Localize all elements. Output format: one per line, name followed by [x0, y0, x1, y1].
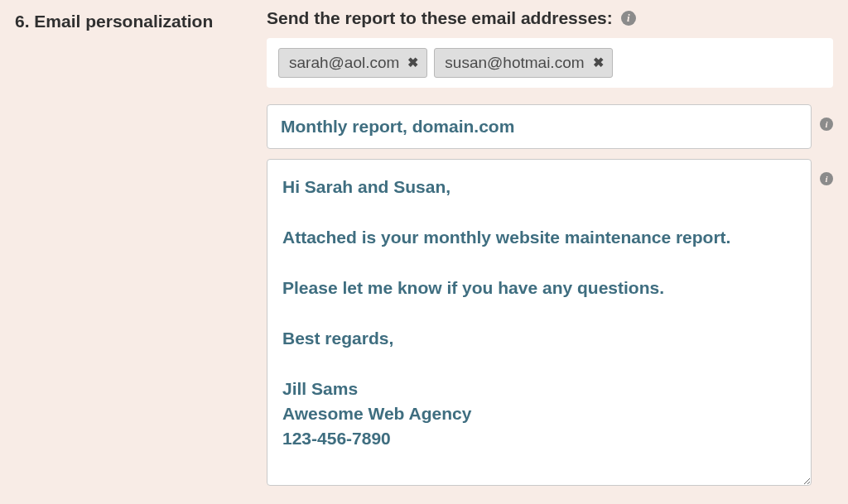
email-tag-text: sarah@aol.com [289, 54, 399, 72]
info-icon[interactable]: i [820, 118, 833, 131]
remove-tag-icon[interactable]: ✖ [407, 56, 418, 70]
remove-tag-icon[interactable]: ✖ [593, 56, 604, 70]
body-textarea[interactable] [267, 159, 812, 486]
info-icon[interactable]: i [820, 172, 833, 185]
emails-label: Send the report to these email addresses… [267, 8, 613, 28]
section-number: 6. [15, 12, 30, 31]
email-tag: sarah@aol.com ✖ [278, 48, 427, 78]
email-tag: susan@hotmai.com ✖ [434, 48, 612, 78]
section-title: 6. Email personalization [15, 12, 238, 31]
section-name: Email personalization [34, 12, 213, 31]
email-tags-input[interactable]: sarah@aol.com ✖ susan@hotmai.com ✖ [267, 38, 833, 88]
info-icon[interactable]: i [621, 11, 636, 26]
email-tag-text: susan@hotmai.com [445, 54, 584, 72]
subject-input[interactable] [267, 104, 812, 149]
